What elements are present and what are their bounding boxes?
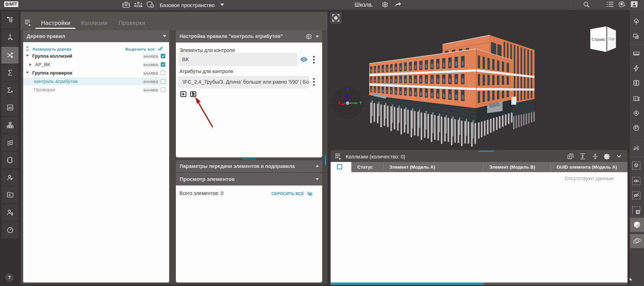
svg-text:2: 2	[637, 145, 638, 147]
svg-text:Справа: Справа	[592, 37, 605, 41]
svg-text:Сзади: Сзади	[609, 37, 615, 41]
svg-text:1: 1	[634, 146, 635, 148]
svg-text:2D: 2D	[8, 106, 12, 110]
svg-text:X: X	[338, 100, 340, 105]
svg-text:Z: Z	[347, 88, 349, 93]
svg-text:Y: Y	[359, 100, 362, 105]
